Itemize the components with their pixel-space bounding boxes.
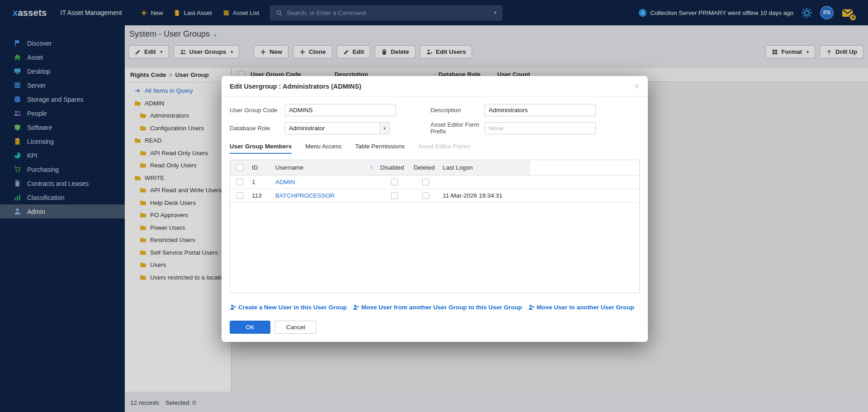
members-header-label: Last Logon: [443, 164, 473, 171]
link-create-a-new-user-in-this-user-group[interactable]: Create a New User in this User Group: [230, 304, 347, 311]
members-header-checkbox-cell: [230, 160, 249, 175]
members-header: IDUsername↑DisabledDeletedLast Logon: [230, 160, 639, 175]
member-deleted-cell: [411, 189, 440, 202]
link-label: Move User from another User Group to thi…: [361, 304, 522, 311]
members-header-label: Deleted: [414, 164, 435, 171]
tab-menu-access[interactable]: Menu Access: [305, 143, 341, 154]
member-username-cell: BATCHPROCESSOR: [273, 189, 377, 202]
dialog-actions: OK Cancel: [230, 321, 640, 334]
dialog-body: User Group Code Description Database Rol…: [222, 97, 648, 342]
disabled-checkbox[interactable]: [391, 192, 398, 199]
member-row[interactable]: 1ADMIN: [230, 175, 639, 189]
member-checkbox-cell: [230, 189, 249, 202]
cancel-button[interactable]: Cancel: [275, 321, 316, 334]
deleted-checkbox[interactable]: [422, 192, 429, 199]
dialog-titlebar: Edit Usergroup : Administrators (ADMINS)…: [222, 76, 648, 97]
member-last-logon-cell: [440, 175, 530, 189]
database-role-value: Administrator: [285, 125, 379, 132]
member-username-link[interactable]: ADMIN: [275, 179, 295, 185]
dialog-tabs: User Group MembersMenu AccessTable Permi…: [230, 143, 640, 154]
close-icon[interactable]: ×: [634, 81, 640, 91]
members-body: 1ADMIN113BATCHPROCESSOR11-Mar-2026 19:34…: [230, 175, 639, 203]
tab-user-group-members[interactable]: User Group Members: [230, 143, 292, 154]
link-label: Move User to another User Group: [537, 304, 634, 311]
dialog-links: Create a New User in this User GroupMove…: [230, 304, 640, 311]
tab-label: Table Permissions: [355, 143, 405, 150]
members-header-id[interactable]: ID: [249, 160, 273, 175]
row-checkbox[interactable]: [236, 179, 243, 185]
user-plus-icon: [353, 304, 359, 311]
sort-asc-icon: ↑: [370, 164, 375, 171]
asset-editor-form-prefix-field[interactable]: [485, 122, 596, 134]
tab-label: Asset Editor Forms: [418, 143, 470, 150]
member-row[interactable]: 113BATCHPROCESSOR11-Mar-2026 19:34:31: [230, 189, 639, 203]
database-role-label: Database Role: [230, 125, 285, 132]
dialog-form: User Group Code Description Database Rol…: [230, 104, 640, 135]
row-checkbox[interactable]: [236, 192, 243, 199]
select-all-checkbox[interactable]: [236, 164, 243, 171]
description-field[interactable]: [485, 104, 596, 116]
tab-table-permissions[interactable]: Table Permissions: [355, 143, 405, 154]
member-disabled-cell: [377, 189, 411, 202]
deleted-checkbox[interactable]: [422, 179, 429, 185]
dialog-title: Edit Usergroup : Administrators (ADMINS): [230, 83, 361, 90]
members-header-label: Disabled: [380, 164, 404, 171]
tab-label: User Group Members: [230, 143, 292, 150]
database-role-select[interactable]: Administrator ▾: [285, 122, 390, 134]
link-move-user-to-another-user-group[interactable]: Move User to another User Group: [528, 304, 634, 311]
member-id-cell: 113: [249, 189, 273, 202]
user-group-code-label: User Group Code: [230, 107, 285, 114]
members-header-deleted[interactable]: Deleted: [411, 160, 440, 175]
members-table: IDUsername↑DisabledDeletedLast Logon 1AD…: [230, 160, 640, 293]
members-header-username[interactable]: Username↑: [273, 160, 377, 175]
user-plus-icon: [230, 304, 236, 311]
edit-usergroup-dialog: Edit Usergroup : Administrators (ADMINS)…: [222, 76, 648, 342]
members-header-label: ID: [252, 164, 258, 171]
member-last-logon-cell: 11-Mar-2026 19:34:31: [440, 189, 530, 202]
user-plus-icon: [528, 304, 535, 311]
disabled-checkbox[interactable]: [391, 179, 398, 185]
member-checkbox-cell: [230, 175, 249, 189]
member-id-cell: 1: [249, 175, 273, 189]
member-deleted-cell: [411, 175, 440, 189]
member-username-cell: ADMIN: [273, 175, 377, 189]
tab-asset-editor-forms: Asset Editor Forms: [418, 143, 470, 154]
member-id: 113: [252, 192, 262, 199]
select-caret-down-icon[interactable]: ▾: [379, 123, 389, 134]
description-label: Description: [430, 107, 485, 114]
ok-button[interactable]: OK: [230, 321, 270, 334]
members-header-label: Username: [275, 164, 303, 171]
user-group-code-field[interactable]: [285, 104, 396, 116]
member-username-link[interactable]: BATCHPROCESSOR: [275, 192, 335, 199]
member-disabled-cell: [377, 175, 411, 189]
member-id: 1: [252, 179, 255, 185]
member-last-logon: 11-Mar-2026 19:34:31: [443, 192, 503, 199]
members-header-filler: [530, 160, 639, 175]
members-header-disabled[interactable]: Disabled: [377, 160, 411, 175]
asset-editor-form-prefix-label: Asset Editor Form Prefix: [430, 121, 485, 135]
link-label: Create a New User in this User Group: [238, 304, 347, 311]
members-header-last-logon[interactable]: Last Logon: [440, 160, 530, 175]
tab-label: Menu Access: [305, 143, 341, 150]
link-move-user-from-another-user-group-to-this-user-group[interactable]: Move User from another User Group to thi…: [353, 304, 522, 311]
